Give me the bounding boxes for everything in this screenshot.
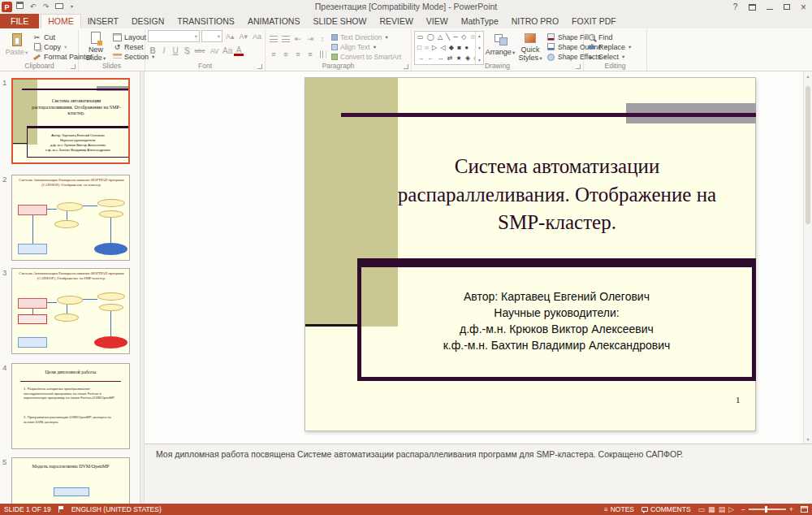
font-name-select[interactable]: ▾ <box>148 30 200 42</box>
scroll-up-icon[interactable]: ▴ <box>806 73 809 79</box>
save-icon[interactable] <box>15 2 25 12</box>
align-text-button[interactable]: Align Text▾ <box>331 42 401 51</box>
language-indicator[interactable]: ENGLISH (UNITED STATES) <box>71 505 162 513</box>
change-case-icon[interactable]: Aa <box>222 46 232 55</box>
find-button[interactable]: Find <box>586 32 632 41</box>
text-shadow-icon[interactable]: S <box>182 46 192 55</box>
author-box[interactable]: Автор: Картавец Евгений Олегович Научные… <box>357 258 756 381</box>
maximize-icon[interactable] <box>778 0 795 14</box>
replace-button[interactable]: abReplace▾ <box>586 42 632 51</box>
help-icon[interactable]: ? <box>727 0 744 14</box>
slide-thumbnail-1[interactable]: 1 Система автоматизации распараллеливани… <box>11 78 130 164</box>
gallery-down-icon[interactable]: ▾ <box>478 45 481 50</box>
paste-button[interactable]: Paste▾ <box>3 30 30 62</box>
gallery-up-icon[interactable]: ▴ <box>478 33 481 38</box>
start-slideshow-icon[interactable] <box>54 2 64 12</box>
text-direction-button[interactable]: Text Direction▾ <box>331 32 401 41</box>
tab-view[interactable]: VIEW <box>420 14 455 28</box>
character-spacing-icon[interactable]: AV <box>208 47 221 55</box>
zoom-in-icon[interactable]: + <box>789 505 793 513</box>
tab-file[interactable]: FILE <box>0 14 39 28</box>
notes-text[interactable]: Моя дипломная работа посвящена Системе а… <box>156 449 801 459</box>
reset-icon: ↺ <box>113 43 122 51</box>
clear-formatting-icon[interactable]: Aa <box>251 32 263 41</box>
tab-design[interactable]: DESIGN <box>125 14 171 28</box>
shapes-row[interactable]: □ ○ ▷ ◁ ◆ ■ ● <box>417 45 475 51</box>
tab-foxit-pdf[interactable]: FOXIT PDF <box>565 14 623 28</box>
slide-thumbnail-5[interactable]: 5 Модель параллелизма DVM/OpenMP <box>11 457 130 504</box>
quick-styles-button[interactable]: Quick Styles▾ <box>516 30 544 62</box>
slide-sorter-view-icon[interactable]: ▦ <box>708 505 715 513</box>
bold-icon[interactable]: B <box>148 46 158 55</box>
font-size-select[interactable]: ▾ <box>201 30 222 42</box>
thumbnail-frame[interactable]: Цели дипломной работы 1. Разработка алго… <box>11 363 130 449</box>
customize-qat-icon[interactable]: ▾ <box>67 2 77 12</box>
close-icon[interactable]: × <box>795 0 812 14</box>
font-color-icon[interactable]: A <box>234 46 244 56</box>
normal-view-icon[interactable]: ▭ <box>698 505 706 513</box>
slide-show-icon[interactable]: ▷ <box>728 505 734 513</box>
ribbon-display-options-icon[interactable] <box>744 0 761 14</box>
thumbnail-frame[interactable]: Модель параллелизма DVM/OpenMP <box>11 457 130 504</box>
strikethrough-icon[interactable]: abc <box>193 47 206 54</box>
tab-mathtype[interactable]: MathType <box>455 14 505 28</box>
tab-transitions[interactable]: TRANSITIONS <box>171 14 241 28</box>
powerpoint-app-icon[interactable]: P <box>2 2 12 12</box>
bullets-icon[interactable] <box>268 33 279 44</box>
select-button[interactable]: ►Select▾ <box>586 53 632 62</box>
thumbnail-frame[interactable]: Система Автоматизации Распараллеливания … <box>11 175 130 261</box>
reading-view-icon[interactable]: ▤ <box>719 505 726 513</box>
thumbnail-frame[interactable]: Система Автоматизации Распараллеливания … <box>11 268 130 354</box>
increase-font-size-icon[interactable]: A▴ <box>224 32 236 41</box>
tab-review[interactable]: REVIEW <box>373 14 419 28</box>
minimize-icon[interactable] <box>761 0 778 14</box>
redo-icon[interactable]: ↷ <box>41 2 51 12</box>
zoom-slider-thumb[interactable] <box>765 506 767 513</box>
shapes-gallery[interactable]: ▭ ◯ △ ╲ ─ ◇ ☆ □ ○ ▷ ◁ ◆ ■ ● → ← ↔ ⇄ ★ ◈ … <box>414 31 484 65</box>
zoom-out-icon[interactable]: − <box>741 505 745 513</box>
align-right-icon[interactable]: ≡ <box>292 49 304 59</box>
paragraph-dialog-launcher-icon[interactable] <box>404 64 408 69</box>
line-spacing-icon[interactable]: ↕ <box>317 33 328 44</box>
justify-icon[interactable]: ≡ <box>304 49 316 59</box>
align-left-icon[interactable]: ≡ <box>268 49 279 59</box>
underline-icon[interactable]: U <box>171 46 180 55</box>
comments-toggle[interactable]: COMMENTS <box>641 505 691 513</box>
slide-thumbnail-4[interactable]: 4 Цели дипломной работы 1. Разработка ал… <box>11 363 130 449</box>
increase-indent-icon[interactable]: ⇥ <box>304 33 316 44</box>
columns-bars-icon <box>319 50 326 58</box>
clipboard-dialog-launcher-icon[interactable] <box>71 64 76 69</box>
decrease-indent-icon[interactable]: ⇤ <box>292 33 304 44</box>
scroll-down-icon[interactable]: ▾ <box>806 436 809 442</box>
fit-slide-to-window-icon[interactable] <box>801 506 808 513</box>
decrease-font-size-icon[interactable]: A▾ <box>238 32 250 41</box>
font-dialog-launcher-icon[interactable] <box>257 64 262 69</box>
align-center-icon[interactable]: ≡ <box>280 49 292 59</box>
new-slide-button[interactable]: New Slide▾ <box>81 30 110 62</box>
convert-smartart-button[interactable]: Convert to SmartArt <box>331 53 401 62</box>
tab-nitro-pro[interactable]: NITRO PRO <box>505 14 565 28</box>
slide-thumbnail-3[interactable]: 3 Система Автоматизации Распараллеливани… <box>11 268 130 354</box>
undo-icon[interactable]: ↶ <box>28 2 38 12</box>
slide-indicator[interactable]: SLIDE 1 OF 19 <box>4 505 51 513</box>
drawing-dialog-launcher-icon[interactable] <box>576 64 581 69</box>
tab-animations[interactable]: ANIMATIONS <box>241 14 307 28</box>
notes-toggle[interactable]: ≡NOTES <box>604 505 634 513</box>
columns-icon[interactable] <box>317 49 328 59</box>
slide-thumbnail-2[interactable]: 2 Система Автоматизации Распараллеливани… <box>11 175 130 261</box>
zoom-slider[interactable] <box>749 509 786 510</box>
arrange-button[interactable]: Arrange▾ <box>486 30 515 62</box>
ribbon: Paste▾ ✂Cut Copy▾ Format Painter Clipboa… <box>0 28 812 71</box>
thumbnail-frame[interactable]: Система автоматизации распараллеливания.… <box>11 78 130 164</box>
slide-1[interactable]: Система автоматизации распараллеливания.… <box>304 77 756 431</box>
scrollbar-thumb[interactable] <box>806 86 810 224</box>
italic-icon[interactable]: I <box>159 46 169 55</box>
numbering-icon[interactable] <box>280 33 292 44</box>
tab-slide-show[interactable]: SLIDE SHOW <box>306 14 373 28</box>
shapes-row[interactable]: ▭ ◯ △ ╲ ─ ◇ ☆ <box>417 34 475 41</box>
tab-insert[interactable]: INSERT <box>81 14 125 28</box>
slide-title[interactable]: Система автоматизации распараллеливания.… <box>375 153 739 237</box>
tab-home[interactable]: HOME <box>41 14 81 28</box>
caret-down-icon: ▾ <box>374 44 376 50</box>
notes-pane[interactable]: Моя дипломная работа посвящена Системе а… <box>145 444 812 504</box>
